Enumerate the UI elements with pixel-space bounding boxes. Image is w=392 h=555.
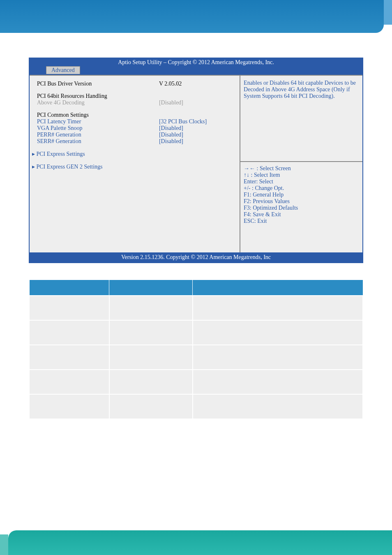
table-cell [29,370,109,394]
table-cell [29,345,109,370]
vga-palette-snoop-label: VGA Palette Snoop [37,125,159,132]
table-cell [193,345,363,370]
bios-title: Aptio Setup Utility – Copyright © 2012 A… [118,59,274,66]
triangle-right-icon: ▸ [32,164,37,170]
serr-generation-value[interactable]: [Disabled] [159,138,232,145]
table-cell [109,296,193,320]
table-header [29,280,109,296]
key-select-screen: →← : Select Screen [244,165,359,172]
table-cell [109,394,193,419]
page-header-bar [0,0,384,33]
key-select-item: ↑↓ : Select Item [244,172,359,178]
submenu-pci-express-settings[interactable]: ▸ PCI Express Settings [32,150,232,157]
pci-latency-timer-value[interactable]: [32 PCI Bus Clocks] [159,118,232,125]
table-cell [109,345,193,370]
table-cell [193,320,363,345]
key-f2: F2: Previous Values [244,198,359,205]
key-change-opt: +/- : Change Opt. [244,185,359,192]
vga-palette-snoop-value[interactable]: [Disabled] [159,125,232,132]
section-pci-64bit: PCI 64bit Resources Handling [37,93,232,99]
key-f3: F3: Optimized Defaults [244,205,359,211]
bios-help-panel: Enables or Disables 64 bit capable Devic… [240,76,362,252]
table-header [193,280,363,296]
table-cell [109,370,193,394]
perr-generation-label: PERR# Generation [37,132,159,138]
key-legend: →← : Select Screen ↑↓ : Select Item Ente… [240,161,362,252]
serr-generation-label: SERR# Generation [37,138,159,145]
triangle-right-icon: ▸ [32,151,37,157]
pci-express-gen2-settings-label: PCI Express GEN 2 Settings [37,164,103,170]
table-cell [29,296,109,320]
bios-settings-panel: PCI Bus Driver Version V 2.05.02 PCI 64b… [30,76,240,252]
submenu-pci-express-gen2-settings[interactable]: ▸ PCI Express GEN 2 Settings [32,163,232,170]
pci-driver-version-label: PCI Bus Driver Version [37,81,159,87]
key-esc: ESC: Exit [244,218,359,224]
table-header [109,280,193,296]
page-footer-bar [8,530,392,555]
key-enter: Enter: Select [244,178,359,185]
help-description: Enables or Disables 64 bit capable Devic… [240,76,362,161]
bios-footer: Version 2.15.1236. Copyright © 2012 Amer… [30,252,362,262]
bios-titlebar: Aptio Setup Utility – Copyright © 2012 A… [30,58,362,75]
perr-generation-value[interactable]: [Disabled] [159,132,232,138]
table-cell [193,394,363,419]
options-table [29,280,363,419]
key-f1: F1: General Help [244,192,359,198]
section-pci-common: PCI Common Settings [37,112,232,118]
key-f4: F4: Save & Exit [244,211,359,218]
table-cell [29,394,109,419]
pci-driver-version-value: V 2.05.02 [159,81,232,87]
above-4g-decoding-label: Above 4G Decoding [37,99,159,106]
table-cell [109,320,193,345]
pci-express-settings-label: PCI Express Settings [37,151,85,157]
bios-body: PCI Bus Driver Version V 2.05.02 PCI 64b… [30,75,362,252]
table-cell [193,296,363,320]
table-cell [193,370,363,394]
pci-latency-timer-label: PCI Latency Timer [37,118,159,125]
bios-window: Aptio Setup Utility – Copyright © 2012 A… [29,58,363,263]
table-cell [29,320,109,345]
tab-advanced[interactable]: Advanced [46,66,80,74]
above-4g-decoding-value[interactable]: [Disabled] [159,99,232,106]
